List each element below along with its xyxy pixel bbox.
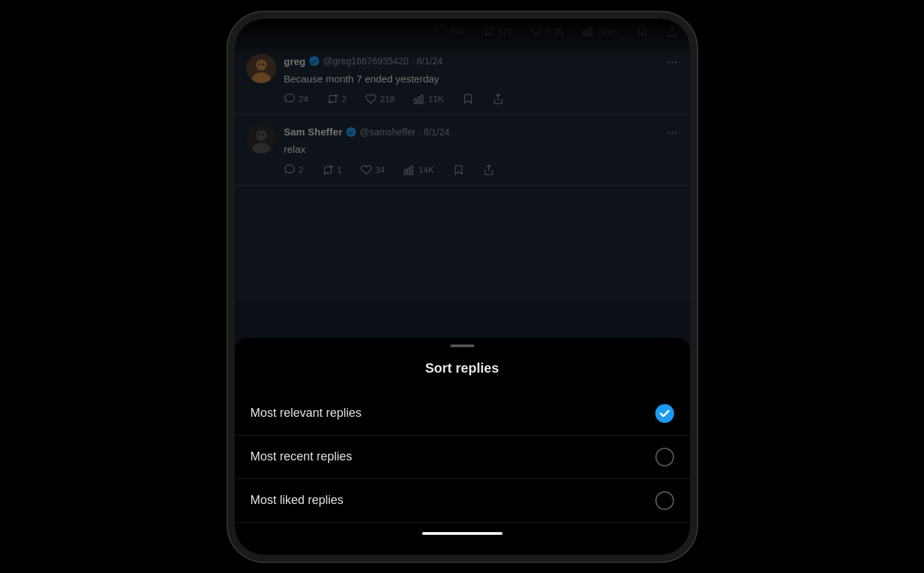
- sheet-drag-handle[interactable]: [450, 344, 474, 347]
- action-chart-partial[interactable]: 231K: [582, 25, 617, 37]
- chart-count-partial: 231K: [597, 26, 617, 36]
- action-share-partial[interactable]: [667, 25, 678, 37]
- action-retweet-partial[interactable]: 121: [483, 25, 513, 37]
- comment-count-partial: 256: [450, 26, 464, 36]
- sort-option-most-liked[interactable]: Most liked replies: [235, 479, 690, 523]
- action-bookmark-partial[interactable]: [637, 25, 648, 37]
- sort-replies-sheet: Sort replies Most relevant replies Most …: [235, 338, 690, 555]
- sheet-title: Sort replies: [235, 361, 690, 376]
- radio-empty-liked: [655, 491, 674, 510]
- radio-selected-relevant: [655, 404, 674, 423]
- action-comment-partial[interactable]: 256: [435, 25, 464, 37]
- phone-wrapper: 256 121 2.3K 231K: [228, 12, 697, 562]
- sort-option-most-recent[interactable]: Most recent replies: [235, 436, 690, 479]
- sort-option-label-liked: Most liked replies: [251, 493, 344, 507]
- radio-empty-recent: [655, 448, 674, 466]
- sort-option-label-relevant: Most relevant replies: [251, 406, 362, 420]
- sort-option-label-recent: Most recent replies: [251, 450, 352, 464]
- phone-frame: 256 121 2.3K 231K: [228, 12, 697, 562]
- retweet-count-partial: 121: [498, 26, 513, 36]
- partial-tweet-stats: 256 121 2.3K 231K: [235, 19, 690, 44]
- sort-option-most-relevant[interactable]: Most relevant replies: [235, 392, 690, 436]
- heart-count-partial: 2.3K: [545, 26, 564, 36]
- action-heart-partial[interactable]: 2.3K: [531, 25, 564, 37]
- svg-rect-0: [584, 31, 586, 36]
- phone-inner: 256 121 2.3K 231K: [235, 19, 690, 555]
- home-indicator: [422, 532, 503, 535]
- svg-rect-1: [587, 29, 589, 36]
- svg-rect-2: [590, 27, 592, 36]
